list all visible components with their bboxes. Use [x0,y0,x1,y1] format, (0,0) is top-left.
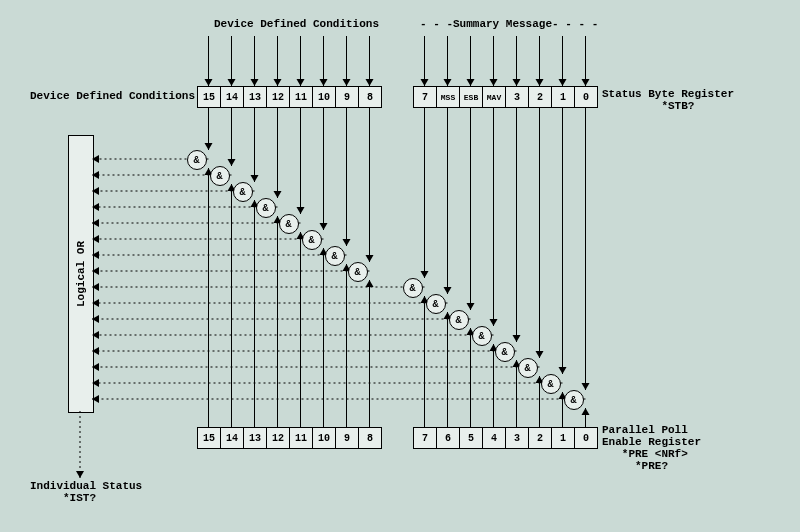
register-cell: 10 [313,428,336,448]
register-cell: 11 [290,87,313,107]
register-cell: 14 [221,428,244,448]
register-cell: 11 [290,428,313,448]
and-gate: & [426,294,446,314]
and-gate: & [256,198,276,218]
svg-marker-15 [366,79,374,86]
left-side-label: Device Defined Conditions [30,90,195,102]
svg-marker-110 [490,319,498,326]
svg-marker-103 [467,303,475,310]
status-register-high: 15141312111098 [197,86,382,108]
svg-marker-84 [366,280,374,287]
and-gate: & [541,374,561,394]
register-cell: 0 [575,428,597,448]
svg-marker-7 [274,79,282,86]
register-cell: 14 [221,87,244,107]
register-cell: 6 [437,428,460,448]
svg-marker-82 [366,255,374,262]
logical-or-block: Logical OR [68,135,94,413]
svg-marker-27 [536,79,544,86]
and-gate: & [187,150,207,170]
svg-marker-131 [559,367,567,374]
svg-marker-31 [582,79,590,86]
and-gate: & [279,214,299,234]
top-left-label: Device Defined Conditions [214,18,379,30]
register-cell: 8 [359,428,381,448]
svg-marker-5 [251,79,259,86]
svg-marker-68 [320,223,328,230]
and-gate: & [518,358,538,378]
register-cell: 15 [198,428,221,448]
svg-marker-40 [228,159,236,166]
register-cell: 12 [267,428,290,448]
and-gate: & [564,390,584,410]
top-right-label: - - -Summary Message- - - - [420,18,598,30]
and-gate: & [325,246,345,266]
svg-marker-13 [343,79,351,86]
and-gate: & [449,310,469,330]
register-cell: 1 [552,428,575,448]
register-cell: 7 [414,87,437,107]
register-cell: 2 [529,428,552,448]
register-cell: ESB [460,87,483,107]
logical-or-label: Logical OR [75,241,87,307]
and-gate: & [495,342,515,362]
svg-marker-138 [582,383,590,390]
and-gate: & [403,278,423,298]
and-gate: & [233,182,253,202]
bottom-left-label: Individual Status *IST? [30,480,142,504]
register-cell: 9 [336,428,359,448]
svg-marker-140 [582,408,590,415]
register-cell: 0 [575,87,597,107]
register-cell: 3 [506,428,529,448]
register-cell: 9 [336,87,359,107]
register-cell: 12 [267,87,290,107]
register-cell: 10 [313,87,336,107]
svg-marker-21 [467,79,475,86]
right-bottom-label: Parallel Poll Enable Register *PRE <NRf>… [602,424,701,472]
svg-marker-33 [205,143,213,150]
register-cell: 1 [552,87,575,107]
svg-marker-47 [251,175,259,182]
and-gate: & [472,326,492,346]
svg-marker-19 [444,79,452,86]
enable-register-high: 15141312111098 [197,427,382,449]
svg-marker-11 [320,79,328,86]
svg-marker-61 [297,207,305,214]
and-gate: & [348,262,368,282]
svg-marker-3 [228,79,236,86]
and-gate: & [210,166,230,186]
svg-marker-145 [76,471,84,478]
register-cell: 4 [483,428,506,448]
svg-marker-117 [513,335,521,342]
svg-marker-1 [205,79,213,86]
svg-marker-75 [343,239,351,246]
register-cell: 13 [244,428,267,448]
right-top-label: Status Byte Register *STB? [602,88,734,112]
svg-marker-17 [421,79,429,86]
svg-marker-124 [536,351,544,358]
enable-register-low: 76543210 [413,427,598,449]
register-cell: MAV [483,87,506,107]
register-cell: 15 [198,87,221,107]
register-cell: 5 [460,428,483,448]
status-register-low: 7MSSESBMAV3210 [413,86,598,108]
and-gate: & [302,230,322,250]
svg-marker-23 [490,79,498,86]
svg-marker-25 [513,79,521,86]
register-cell: 7 [414,428,437,448]
svg-marker-29 [559,79,567,86]
svg-marker-89 [421,271,429,278]
svg-marker-9 [297,79,305,86]
register-cell: 8 [359,87,381,107]
svg-marker-96 [444,287,452,294]
register-cell: MSS [437,87,460,107]
register-cell: 3 [506,87,529,107]
register-cell: 2 [529,87,552,107]
register-cell: 13 [244,87,267,107]
svg-marker-54 [274,191,282,198]
